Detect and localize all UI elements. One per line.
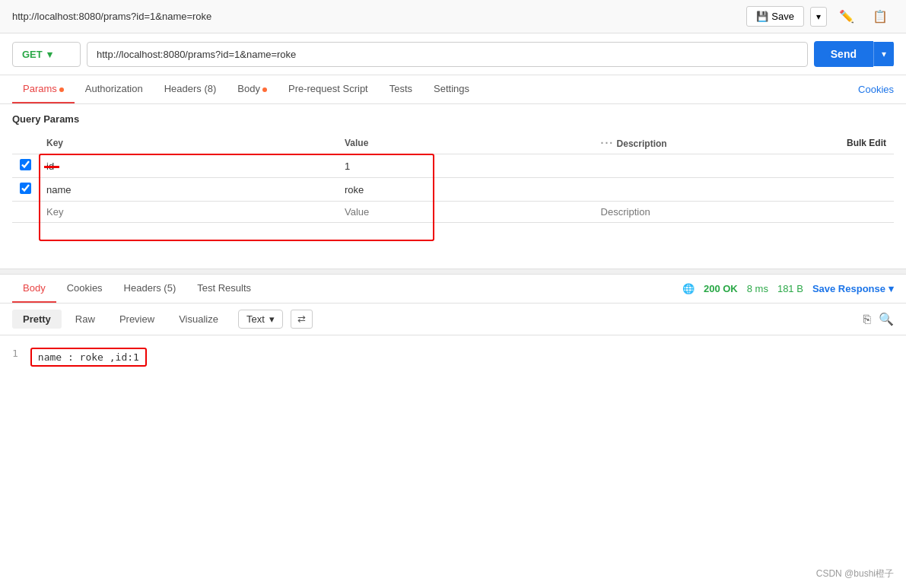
bulk-edit-button[interactable]: Bulk Edit: [847, 138, 886, 148]
col-header-value: Value: [337, 132, 593, 154]
row2-value-cell: [337, 178, 593, 202]
new-row-desc-input[interactable]: [601, 206, 826, 218]
row1-checkbox-cell: [12, 154, 39, 178]
request-tabs: Params Authorization Headers (8) Body Pr…: [0, 75, 906, 104]
query-params-section: Query Params Key Value ··· Description B…: [0, 104, 906, 223]
save-label: Save: [771, 11, 794, 22]
tab-params-label: Params: [23, 83, 57, 94]
col-header-checkbox: [12, 132, 39, 154]
new-row-actions-cell: [833, 202, 894, 223]
row1-checkbox[interactable]: [20, 159, 31, 170]
resp-tab-headers[interactable]: Headers (5): [113, 275, 187, 303]
tab-body[interactable]: Body: [227, 75, 278, 103]
row2-key-cell: [39, 178, 337, 202]
method-label: GET: [22, 49, 43, 60]
search-icon[interactable]: 🔍: [879, 312, 894, 326]
status-time-label: 8 ms: [747, 283, 768, 294]
row2-checkbox[interactable]: [20, 183, 31, 194]
tab-params[interactable]: Params: [12, 75, 75, 103]
format-label: Text: [246, 313, 265, 325]
body-dot: [262, 87, 267, 92]
tab-tests[interactable]: Tests: [379, 75, 423, 103]
cookies-link[interactable]: Cookies: [858, 76, 894, 103]
resp-subtab-pretty-label: Pretty: [23, 313, 51, 325]
save-response-label: Save Response: [812, 283, 885, 294]
resp-toolbar-right: ⎘ 🔍: [863, 312, 894, 326]
section-divider: [0, 269, 906, 275]
row2-actions-cell: [833, 178, 894, 202]
send-dropdown-button[interactable]: ▾: [873, 42, 894, 66]
response-tabs: Body Cookies Headers (5) Test Results 🌐 …: [0, 275, 906, 304]
new-row-desc-cell: [593, 202, 834, 223]
row2-desc-input[interactable]: [601, 184, 826, 195]
new-row-checkbox-cell: [12, 202, 39, 223]
row2-checkbox-cell: [12, 178, 39, 202]
resp-subtab-pretty[interactable]: Pretty: [12, 310, 62, 329]
resp-tab-body-label: Body: [23, 282, 46, 294]
table-row: [12, 178, 894, 202]
method-select[interactable]: GET ▾: [12, 42, 81, 67]
tab-body-label: Body: [237, 83, 260, 94]
resp-tab-test-results-label: Test Results: [197, 282, 251, 294]
wrap-button[interactable]: ⇄: [291, 310, 313, 329]
new-row-value-cell: [337, 202, 593, 223]
top-bar-url: http://localhost:8080/prams?id=1&name=ro…: [12, 11, 211, 22]
tab-authorization-label: Authorization: [85, 83, 143, 94]
tab-authorization[interactable]: Authorization: [75, 75, 154, 103]
url-input[interactable]: [87, 42, 808, 67]
new-row-value-input[interactable]: [345, 206, 586, 218]
row1-value-cell: [337, 154, 593, 178]
row1-desc-input[interactable]: [601, 161, 826, 172]
row2-key-input[interactable]: [46, 184, 329, 195]
save-response-button[interactable]: Save Response ▾: [812, 283, 894, 294]
col-header-bulk-edit: Bulk Edit: [833, 132, 894, 154]
resp-subtab-visualize-label: Visualize: [179, 313, 218, 325]
row2-value-input[interactable]: [345, 184, 586, 195]
line-number: 1: [12, 348, 18, 359]
edit-icon-button[interactable]: ✏️: [833, 6, 860, 27]
query-params-title: Query Params: [12, 113, 894, 125]
tab-tests-label: Tests: [389, 83, 412, 94]
new-row-key-cell: [39, 202, 337, 223]
resp-tab-body[interactable]: Body: [12, 275, 56, 303]
resp-tab-cookies[interactable]: Cookies: [56, 275, 113, 303]
resp-subtab-visualize[interactable]: Visualize: [168, 310, 229, 329]
new-row-key-input[interactable]: [46, 206, 329, 218]
method-dropdown-icon: ▾: [47, 49, 52, 60]
response-body: 1 name : roke ,id:1: [0, 335, 906, 412]
url-bar: GET ▾ Send ▾: [0, 33, 906, 75]
format-dropdown-icon: ▾: [269, 313, 275, 325]
top-bar: http://localhost:8080/prams?id=1&name=ro…: [0, 0, 906, 33]
tab-prerequest[interactable]: Pre-request Script: [278, 75, 379, 103]
format-select[interactable]: Text ▾: [238, 310, 283, 329]
save-response-dropdown-icon: ▾: [889, 283, 894, 294]
globe-icon: 🌐: [682, 283, 695, 294]
resp-tab-test-results[interactable]: Test Results: [186, 275, 262, 303]
status-size-label: 181 B: [777, 283, 803, 294]
save-button[interactable]: 💾 Save: [746, 6, 804, 27]
row1-desc-cell: [593, 154, 834, 178]
save-dropdown-button[interactable]: ▾: [810, 7, 827, 27]
row2-desc-cell: [593, 178, 834, 202]
resp-subtab-raw[interactable]: Raw: [65, 310, 106, 329]
resp-subtab-preview-label: Preview: [119, 313, 154, 325]
table-row: [12, 154, 894, 178]
table-row-new: [12, 202, 894, 223]
top-bar-actions: 💾 Save ▾ ✏️ 📋: [746, 6, 894, 27]
row1-key-cell: [39, 154, 337, 178]
response-subtabs: Pretty Raw Preview Visualize Text ▾ ⇄ ⎘ …: [0, 304, 906, 335]
response-content: name : roke ,id:1: [30, 348, 147, 367]
dots-icon[interactable]: ···: [601, 137, 615, 149]
tab-settings[interactable]: Settings: [423, 75, 480, 103]
row1-key-input[interactable]: [46, 161, 329, 172]
tab-headers[interactable]: Headers (8): [154, 75, 227, 103]
col-header-description: ··· Description: [593, 132, 834, 154]
response-line: 1 name : roke ,id:1: [12, 348, 894, 367]
docs-icon-button[interactable]: 📋: [866, 6, 894, 27]
row1-value-input[interactable]: [345, 161, 586, 172]
copy-icon[interactable]: ⎘: [863, 313, 871, 326]
resp-subtab-preview[interactable]: Preview: [109, 310, 165, 329]
tab-prerequest-label: Pre-request Script: [288, 83, 368, 94]
tab-headers-label: Headers (8): [164, 83, 217, 94]
send-main-button[interactable]: Send: [814, 41, 873, 67]
